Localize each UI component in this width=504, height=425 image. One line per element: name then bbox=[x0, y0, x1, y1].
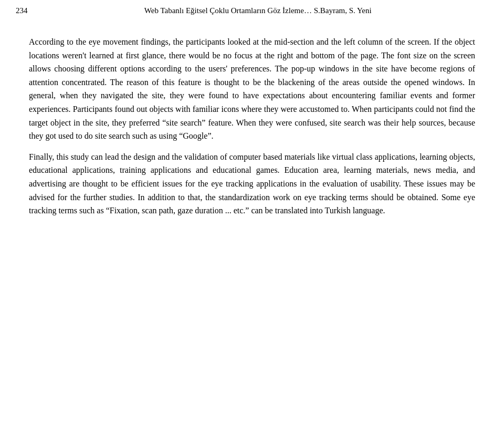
page-number: 234 bbox=[16, 6, 28, 15]
page: 234 Web Tabanlı Eğitsel Çoklu Ortamların… bbox=[0, 0, 504, 425]
paragraph-1: According to the eye movement findings, … bbox=[29, 35, 475, 143]
main-content: According to the eye movement findings, … bbox=[0, 19, 504, 241]
header-title: Web Tabanlı Eğitsel Çoklu Ortamların Göz… bbox=[38, 6, 478, 15]
page-header: 234 Web Tabanlı Eğitsel Çoklu Ortamların… bbox=[0, 0, 504, 19]
paragraph-2: Finally, this study can lead the design … bbox=[29, 150, 475, 217]
